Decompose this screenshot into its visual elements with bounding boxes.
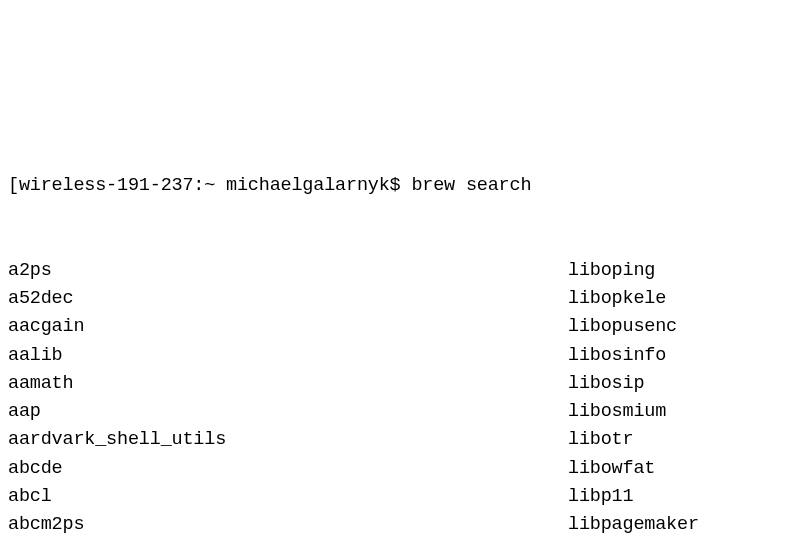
list-item: aap <box>8 398 568 426</box>
list-item: libosip <box>568 370 782 398</box>
output-column-left: a2psa52decaacgainaalibaamathaapaardvark_… <box>8 257 568 534</box>
list-item: a52dec <box>8 285 568 313</box>
prompt-bracket: [ <box>8 175 19 196</box>
list-item: libotr <box>568 426 782 454</box>
prompt-line[interactable]: [wireless-191-237:~ michaelgalarnyk$ bre… <box>8 172 782 200</box>
output-column-right: libopinglibopkelelibopusenclibosinfolibo… <box>568 257 782 534</box>
prompt-dollar: $ <box>390 175 401 196</box>
list-item: a2ps <box>8 257 568 285</box>
list-item: libosinfo <box>568 342 782 370</box>
command-text: brew search <box>401 175 532 196</box>
prompt-user: michaelgalarnyk <box>215 175 389 196</box>
prompt-path: ~ <box>204 175 215 196</box>
prompt-host: wireless-191-237 <box>19 175 193 196</box>
list-item: aacgain <box>8 313 568 341</box>
list-item: abcde <box>8 455 568 483</box>
terminal-output: [wireless-191-237:~ michaelgalarnyk$ bre… <box>8 115 782 534</box>
list-item: aamath <box>8 370 568 398</box>
prompt-colon: : <box>193 175 204 196</box>
output-columns: a2psa52decaacgainaalibaamathaapaardvark_… <box>8 257 782 534</box>
list-item: liboping <box>568 257 782 285</box>
list-item: abcl <box>8 483 568 511</box>
list-item: libosmium <box>568 398 782 426</box>
list-item: libopkele <box>568 285 782 313</box>
list-item: aardvark_shell_utils <box>8 426 568 454</box>
list-item: aalib <box>8 342 568 370</box>
list-item: libpagemaker <box>568 511 782 534</box>
list-item: libowfat <box>568 455 782 483</box>
list-item: abcm2ps <box>8 511 568 534</box>
list-item: libp11 <box>568 483 782 511</box>
list-item: libopusenc <box>568 313 782 341</box>
